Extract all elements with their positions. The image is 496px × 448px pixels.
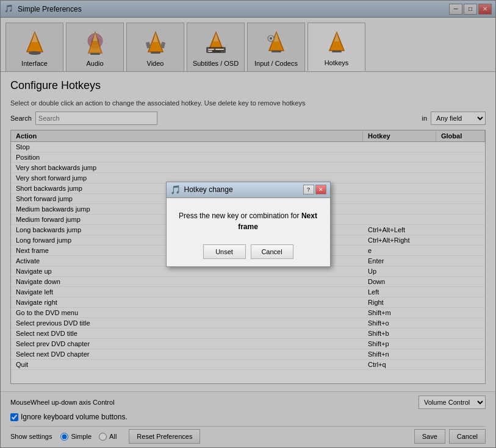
hotkey-change-modal: 🎵 Hotkey change ? ✕ Press the new key or… bbox=[166, 182, 331, 267]
modal-message: Press the new key or combination for Nex… bbox=[179, 210, 318, 232]
modal-title-bar: 🎵 Hotkey change ? ✕ bbox=[167, 182, 330, 198]
modal-buttons: Unset Cancel bbox=[179, 244, 318, 259]
modal-message-prefix: Press the new key or combination for bbox=[179, 212, 301, 220]
modal-vlc-icon: 🎵 bbox=[170, 185, 181, 194]
modal-body: Press the new key or combination for Nex… bbox=[167, 198, 330, 266]
modal-help-button[interactable]: ? bbox=[303, 185, 314, 194]
modal-cancel-button[interactable]: Cancel bbox=[251, 244, 293, 259]
modal-title-buttons: ? ✕ bbox=[303, 185, 326, 194]
modal-unset-button[interactable]: Unset bbox=[203, 244, 246, 259]
modal-close-button[interactable]: ✕ bbox=[315, 185, 326, 194]
modal-title: Hotkey change bbox=[184, 185, 303, 194]
modal-overlay: 🎵 Hotkey change ? ✕ Press the new key or… bbox=[0, 0, 496, 448]
